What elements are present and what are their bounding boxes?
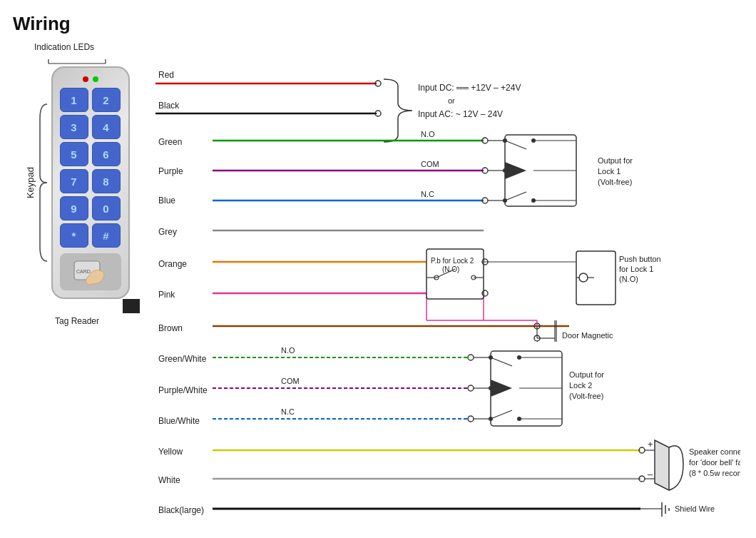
com-label-1: COM	[421, 160, 439, 168]
page-title: Wiring	[0, 0, 756, 35]
wire-label-black-large: Black(large)	[158, 505, 204, 515]
svg-point-58	[468, 385, 474, 391]
wire-label-green: Green	[158, 137, 182, 147]
led-green	[93, 76, 98, 82]
keypad-wrapper: Keypad 1 2 3 4 5 6 7 8 9	[25, 66, 130, 299]
led-red	[83, 76, 88, 82]
lock1-label-2: Lock 1	[598, 167, 620, 176]
lock1-label-1: Output for	[598, 156, 633, 165]
speaker-label-1: Speaker connection	[689, 447, 740, 456]
shield-wire-label: Shield Wire	[675, 504, 715, 513]
minus-label: –	[648, 469, 653, 479]
input-dc-label: Input DC: ══ +12V – +24V	[418, 83, 521, 93]
wire-label-blue: Blue	[158, 196, 175, 205]
key-2: 2	[92, 88, 121, 112]
tag-reader-area: CARD	[60, 253, 121, 290]
pb-lock2-text2: (N.O)	[442, 265, 459, 273]
door-magnetic-label: Door Magnetic	[562, 331, 613, 340]
wire-label-blue-white: Blue/White	[158, 416, 200, 426]
key-star: *	[60, 223, 88, 248]
speaker-label-3: (8 * 0.5w recommended)	[689, 469, 740, 477]
wire-label-orange: Orange	[158, 259, 187, 269]
connector-strip	[123, 299, 140, 313]
wire-label-grey: Grey	[158, 227, 177, 237]
input-ac-label: Input AC: ~ 12V – 24V	[418, 109, 503, 119]
leds-row	[60, 76, 121, 82]
pb-lock1-text3: (N.O)	[619, 275, 638, 283]
svg-point-56	[468, 355, 474, 360]
wire-label-purple-white: Purple/White	[158, 385, 208, 395]
pb-lock1-text1: Push button	[619, 255, 661, 263]
wiring-diagram: Input DC: ══ +12V – +24V or Input AC: ~ …	[155, 42, 740, 534]
plus-label: +	[648, 439, 653, 450]
indication-leds-label: Indication LEDs	[34, 42, 94, 52]
no-label-1: N.O	[421, 130, 435, 138]
wire-label-pink: Pink	[158, 290, 175, 300]
pb-lock1-text2: for Lock 1	[619, 265, 653, 273]
svg-text:CARD: CARD	[76, 269, 91, 274]
lock1-label-3: (Volt-free)	[598, 178, 632, 186]
card-icon: CARD	[71, 258, 110, 286]
lock2-label-1: Output for	[569, 370, 604, 379]
nc-label-2: N.C	[281, 407, 295, 416]
keypad-grid: 1 2 3 4 5 6 7 8 9 0 * #	[60, 88, 121, 248]
speaker-icon	[655, 440, 669, 490]
key-3: 3	[60, 115, 88, 139]
tag-reader-label: Tag Reader	[55, 316, 99, 326]
com-label-2: COM	[281, 377, 300, 385]
lock2-label-2: Lock 2	[569, 381, 592, 390]
wire-label-red: Red	[158, 70, 174, 80]
keypad-label: Keypad	[25, 167, 36, 198]
wiring-area: Input DC: ══ +12V – +24V or Input AC: ~ …	[155, 42, 749, 537]
key-5: 5	[60, 142, 88, 166]
wire-label-green-white: Green/White	[158, 354, 207, 364]
key-6: 6	[92, 142, 121, 166]
wire-label-white: White	[158, 475, 180, 485]
no-label-2: N.O	[281, 346, 295, 355]
key-hash: #	[92, 223, 121, 248]
or-label: or	[448, 96, 455, 105]
device-body: 1 2 3 4 5 6 7 8 9 0 * #	[51, 66, 130, 299]
key-9: 9	[60, 196, 88, 220]
pb-lock1-box	[576, 251, 615, 305]
keypad-section: Indication LEDs Keypad 1 2 3	[13, 42, 141, 537]
wire-label-black: Black	[158, 101, 180, 111]
key-7: 7	[60, 169, 88, 193]
lock2-label-3: (Volt-free)	[569, 392, 603, 400]
speaker-label-2: for 'door bell' facility	[689, 458, 740, 467]
key-8: 8	[92, 169, 121, 193]
wire-label-purple: Purple	[158, 166, 183, 176]
key-0: 0	[92, 196, 121, 220]
wire-label-yellow: Yellow	[158, 447, 183, 457]
nc-label-1: N.C	[421, 190, 434, 198]
wire-label-brown: Brown	[158, 323, 183, 333]
key-4: 4	[92, 115, 121, 139]
pb-lock2-text1: P.b for Lock 2	[431, 257, 474, 265]
key-1: 1	[60, 88, 88, 112]
svg-point-60	[468, 416, 474, 422]
